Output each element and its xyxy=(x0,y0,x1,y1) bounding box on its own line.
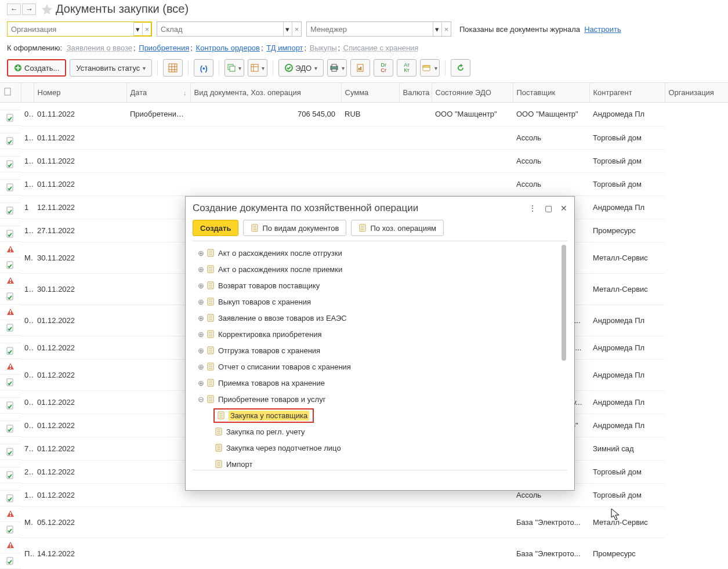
clear-icon[interactable]: × xyxy=(142,22,151,36)
modal-maximize-icon[interactable]: ▢ xyxy=(545,204,552,213)
expand-icon[interactable]: ⊕ xyxy=(196,330,205,339)
table-row[interactable]: МС00-00000205.12.2022База "Электрото...М… xyxy=(0,506,728,538)
tree-item[interactable]: ⊕ Возврат товаров поставщику xyxy=(193,277,567,293)
cell-type xyxy=(126,538,190,569)
warehouse-filter-input[interactable] xyxy=(157,22,283,36)
tree-item[interactable]: ⊕ Акт о расхождениях после отгрузки xyxy=(193,245,567,261)
table-row[interactable]: 0000-00006501.11.2022Приобретение товаро… xyxy=(0,103,728,126)
manager-filter-combo[interactable]: ▾ × xyxy=(306,21,451,37)
expand-icon[interactable]: ⊕ xyxy=(196,298,205,306)
tree-item[interactable]: ⊕ Заявление о ввозе товаров из ЕАЭС xyxy=(193,310,567,326)
col-number[interactable]: Номер xyxy=(34,83,126,103)
prep-label: К оформлению: xyxy=(7,44,62,52)
tree-item[interactable]: ⊕ Акт о расхождениях после приемки xyxy=(193,261,567,277)
favorite-star-icon[interactable] xyxy=(41,3,53,16)
col-type[interactable]: Вид документа, Хоз. операция xyxy=(190,83,341,103)
table-row[interactable]: 126901.11.2022АссольТорговый дом xyxy=(0,149,728,172)
expand-icon[interactable]: ⊕ xyxy=(196,314,205,322)
col-date[interactable]: Дата↓ xyxy=(126,83,190,103)
tree-item[interactable]: Закупка через подотчетное лицо xyxy=(193,440,567,456)
col-contractor[interactable]: Контрагент xyxy=(589,83,665,103)
edo-menu-button[interactable]: ЭДО▾ xyxy=(278,59,324,77)
clear-icon[interactable]: × xyxy=(292,22,301,36)
modal-scrollbar[interactable] xyxy=(562,245,566,466)
cell-ctr: Ассоль xyxy=(513,172,589,195)
grid-settings-button[interactable] xyxy=(163,59,183,77)
tree-item[interactable]: ⊕ Корректировка приобретения xyxy=(193,326,567,342)
modal-by-ops-button[interactable]: По хоз. операциям xyxy=(351,220,443,236)
wifi-button[interactable]: (•) xyxy=(194,59,213,77)
modal-menu-icon[interactable]: ⋮ xyxy=(528,204,537,213)
cell-date: 01.11.2022 xyxy=(34,126,126,149)
file-icon xyxy=(215,444,223,452)
report-button[interactable] xyxy=(350,59,370,77)
col-sum[interactable]: Сумма xyxy=(341,83,399,103)
tree-item[interactable]: Импорт xyxy=(193,456,567,470)
chevron-down-icon[interactable]: ▾ xyxy=(283,22,292,36)
cell-date: 30.11.2022 xyxy=(34,242,126,273)
spreadsheet-menu-button[interactable]: ▾ xyxy=(248,59,267,77)
tree-item[interactable]: ⊕ Отчет о списании товаров с хранения xyxy=(193,358,567,375)
col-currency[interactable]: Валюта xyxy=(399,83,432,103)
cell-num: 0000-000053 xyxy=(21,390,34,414)
set-status-label: Установить статус xyxy=(76,64,140,73)
chevron-down-icon[interactable]: ▾ xyxy=(433,22,442,36)
print-menu-button[interactable]: ▾ xyxy=(327,59,347,77)
nav-forward-button[interactable]: → xyxy=(22,3,36,15)
expand-icon[interactable]: ⊕ xyxy=(196,265,205,274)
tree-item[interactable]: ⊕ Выкуп товаров с хранения xyxy=(193,293,567,310)
set-status-button[interactable]: Установить статус▾ xyxy=(70,59,152,77)
dr-cr-button[interactable]: DrCr xyxy=(374,59,393,77)
chevron-down-icon[interactable]: ▾ xyxy=(133,22,143,36)
prep-link[interactable]: ТД импорт xyxy=(266,44,303,52)
org-filter-input[interactable] xyxy=(8,22,133,36)
folder-menu-button[interactable]: ▾ xyxy=(420,59,440,77)
expand-icon[interactable]: ⊕ xyxy=(196,281,205,290)
nav-back-button[interactable]: ← xyxy=(7,3,21,15)
folder-icon xyxy=(207,379,215,387)
cell-type xyxy=(126,305,190,336)
create-button[interactable]: Создать... xyxy=(7,59,66,77)
cell-org: Металл-Сервис xyxy=(589,506,665,538)
cell-ctr: ООО "Машцентр" xyxy=(513,103,589,126)
cell-org: Андромеда Пл xyxy=(589,195,665,219)
refresh-button[interactable] xyxy=(451,59,470,77)
cell-org: Андромеда Пл xyxy=(589,414,665,437)
prep-link[interactable]: Контроль ордеров xyxy=(196,44,260,52)
cell-num: 277 xyxy=(21,460,34,483)
expand-icon[interactable]: ⊕ xyxy=(196,379,205,387)
cell-org: Торговый дом xyxy=(589,460,665,483)
col-flag[interactable] xyxy=(0,83,21,103)
tree-item[interactable]: Закупка у поставщика xyxy=(193,407,567,423)
filter-setup-link[interactable]: Настроить xyxy=(584,25,621,34)
cell-cur xyxy=(341,149,399,172)
at-kt-button[interactable]: АтКт xyxy=(397,59,416,77)
clear-icon[interactable]: × xyxy=(441,22,451,36)
table-row[interactable]: ПР00-00000114.12.2022База "Электрото...П… xyxy=(0,538,728,569)
cell-num: 1078 xyxy=(21,219,34,242)
expand-icon[interactable]: ⊕ xyxy=(196,363,205,371)
copy-menu-button[interactable]: ▾ xyxy=(224,59,244,77)
col-status[interactable] xyxy=(21,83,34,103)
modal-by-docs-button[interactable]: По видам документов xyxy=(243,220,346,236)
org-filter-combo[interactable]: ▾ × xyxy=(7,21,152,37)
tree-item[interactable]: ⊖ Приобретение товаров и услуг xyxy=(193,391,567,407)
tree-item[interactable]: ⊕ Отгрузка товаров с хранения xyxy=(193,342,567,358)
expand-icon[interactable]: ⊖ xyxy=(196,395,205,404)
tree-item[interactable]: ⊕ Приемка товаров на хранение xyxy=(193,375,567,391)
prep-link[interactable]: Приобретения xyxy=(139,44,189,52)
expand-icon[interactable]: ⊕ xyxy=(196,249,205,258)
table-row[interactable]: 129601.11.2022АссольТорговый дом xyxy=(0,172,728,195)
expand-icon[interactable]: ⊕ xyxy=(196,346,205,355)
col-supplier[interactable]: Поставщик xyxy=(513,83,589,103)
modal-close-icon[interactable]: ✕ xyxy=(560,204,567,213)
col-edo-state[interactable]: Состояние ЭДО xyxy=(432,83,513,103)
cell-ctr: Ассоль xyxy=(513,126,589,149)
manager-filter-input[interactable] xyxy=(307,22,433,36)
modal-create-button[interactable]: Создать xyxy=(193,220,238,236)
tree-item[interactable]: Закупка по регл. учету xyxy=(193,423,567,440)
report-icon xyxy=(356,64,364,72)
warehouse-filter-combo[interactable]: ▾ × xyxy=(157,21,302,37)
table-row[interactable]: 125401.11.2022АссольТорговый дом xyxy=(0,126,728,149)
col-organization[interactable]: Организация xyxy=(665,83,728,103)
